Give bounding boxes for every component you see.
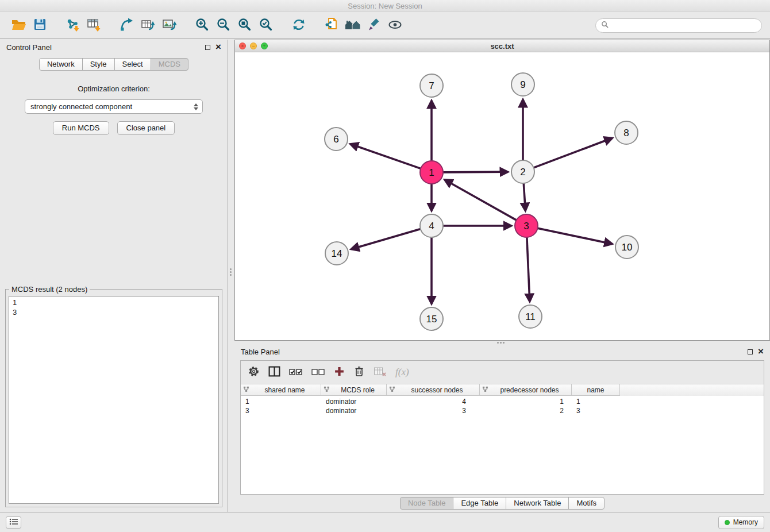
tab-motifs[interactable]: Motifs: [568, 497, 605, 510]
tab-style[interactable]: Style: [82, 58, 115, 71]
node-label-4: 4: [429, 221, 434, 232]
edge-3-11[interactable]: [527, 237, 530, 301]
mcds-result-text[interactable]: 1 3: [9, 296, 219, 504]
close-panel-button[interactable]: Close panel: [117, 121, 175, 135]
column-header-name[interactable]: name: [572, 384, 620, 396]
apply-layout-button[interactable]: [288, 14, 309, 37]
zoom-selected-button[interactable]: [255, 14, 276, 37]
column-header-mcds-role[interactable]: MCDS role: [321, 384, 387, 396]
column-header-successor-nodes[interactable]: successor nodes: [387, 384, 480, 396]
open-session-button[interactable]: [8, 14, 29, 37]
edge-4-14[interactable]: [352, 229, 421, 249]
criterion-dropdown[interactable]: strongly connected component: [25, 99, 203, 114]
column-type-icon: [389, 386, 395, 394]
close-window-button[interactable]: ×: [239, 43, 246, 49]
node-11[interactable]: 11: [519, 305, 542, 328]
import-network-button[interactable]: [62, 14, 83, 37]
edge-3-1[interactable]: [445, 180, 517, 220]
eye-icon: [387, 17, 403, 34]
create-column-button[interactable]: [334, 364, 345, 381]
tab-select[interactable]: Select: [114, 58, 151, 71]
float-table-panel-icon[interactable]: [748, 349, 753, 354]
node-label-14: 14: [332, 248, 342, 259]
memory-button[interactable]: Memory: [718, 516, 764, 529]
pen-icon: [367, 17, 382, 34]
clone-network-button[interactable]: [321, 14, 342, 37]
delete-table-button[interactable]: [374, 364, 387, 381]
run-mcds-button[interactable]: Run MCDS: [53, 121, 109, 135]
node-3[interactable]: 3: [515, 214, 538, 237]
node-14[interactable]: 14: [325, 242, 348, 265]
vertical-splitter-handle[interactable]: [230, 268, 232, 270]
column-header-shared-name[interactable]: shared name: [241, 384, 321, 396]
table-settings-button[interactable]: [248, 364, 260, 381]
edge-2-3[interactable]: [523, 183, 525, 210]
delete-table-icon: [374, 367, 387, 379]
memory-status-dot: [725, 520, 730, 525]
horizontal-splitter[interactable]: [234, 341, 770, 344]
annotations-button[interactable]: [363, 14, 384, 37]
node-15[interactable]: 15: [420, 307, 443, 330]
column-header-predecessor-nodes[interactable]: predecessor nodes: [480, 384, 572, 396]
function-builder-button[interactable]: f(x): [395, 364, 409, 381]
tab-mcds[interactable]: MCDS: [151, 58, 188, 71]
network-canvas[interactable]: 7968124314101511: [235, 52, 769, 340]
search-icon: [601, 21, 609, 30]
network-window-title: scc.txt: [235, 42, 769, 51]
dropdown-stepper-icon: [192, 103, 200, 110]
table-row[interactable]: 3 dominator 3 2 3: [241, 406, 764, 415]
first-neighbors-button[interactable]: [342, 14, 363, 37]
search-input[interactable]: [611, 21, 756, 30]
close-panel-icon[interactable]: ×: [215, 44, 221, 51]
node-6[interactable]: 6: [325, 128, 348, 151]
fx-icon: f(x): [395, 367, 409, 378]
zoom-in-button[interactable]: [191, 14, 213, 37]
show-graphics-details-button[interactable]: [384, 14, 406, 37]
show-columns-button[interactable]: [268, 364, 280, 381]
mcds-buttons-row: Run MCDS Close panel: [53, 121, 175, 135]
node-1[interactable]: 1: [420, 161, 443, 184]
node-8[interactable]: 8: [615, 121, 638, 144]
network-window-titlebar[interactable]: scc.txt × − +: [235, 40, 769, 52]
panel-list-button[interactable]: [6, 516, 21, 529]
edge-2-8[interactable]: [534, 138, 612, 168]
minimize-window-button[interactable]: −: [250, 43, 257, 49]
node-9[interactable]: 9: [511, 73, 534, 96]
node-2[interactable]: 2: [511, 160, 534, 183]
select-all-columns-button[interactable]: [289, 364, 303, 381]
save-session-button[interactable]: [29, 14, 51, 37]
node-7[interactable]: 7: [420, 74, 443, 97]
search-field[interactable]: [595, 18, 762, 33]
zoom-fit-icon: [237, 17, 252, 34]
export-image-button[interactable]: [159, 14, 180, 37]
criterion-selected-value: strongly connected component: [30, 102, 192, 111]
table-row[interactable]: 1 dominator 4 1 1: [241, 397, 764, 406]
edge-1-6[interactable]: [351, 144, 421, 168]
edge-3-10[interactable]: [538, 228, 612, 244]
tab-network[interactable]: Network: [39, 58, 83, 71]
tab-node-table[interactable]: Node Table: [400, 497, 454, 510]
unselect-all-columns-button[interactable]: [311, 364, 325, 381]
zoom-fit-button[interactable]: [234, 14, 255, 37]
zoom-out-button[interactable]: [213, 14, 234, 37]
node-label-2: 2: [520, 167, 525, 178]
float-panel-icon[interactable]: [205, 45, 210, 50]
tab-network-table[interactable]: Network Table: [506, 497, 569, 510]
horizontal-splitter-handle[interactable]: [497, 342, 499, 344]
table-panel: Table Panel ×: [234, 344, 770, 512]
export-table-button[interactable]: [137, 14, 159, 37]
tab-edge-table[interactable]: Edge Table: [453, 497, 506, 510]
cell-mcds-role: dominator: [321, 407, 387, 415]
import-table-button[interactable]: [83, 14, 105, 37]
columns-icon: [268, 366, 280, 379]
close-table-panel-icon[interactable]: ×: [758, 348, 764, 355]
application-window: Session: New Session: [0, 0, 770, 532]
maximize-window-button[interactable]: +: [261, 43, 268, 49]
node-10[interactable]: 10: [615, 236, 638, 259]
export-network-button[interactable]: [116, 14, 137, 37]
delete-column-button[interactable]: [353, 364, 365, 381]
column-label: successor nodes: [397, 386, 477, 394]
edge-1-2[interactable]: [443, 172, 507, 172]
node-4[interactable]: 4: [420, 214, 443, 237]
table-panel-header: Table Panel ×: [234, 344, 770, 359]
